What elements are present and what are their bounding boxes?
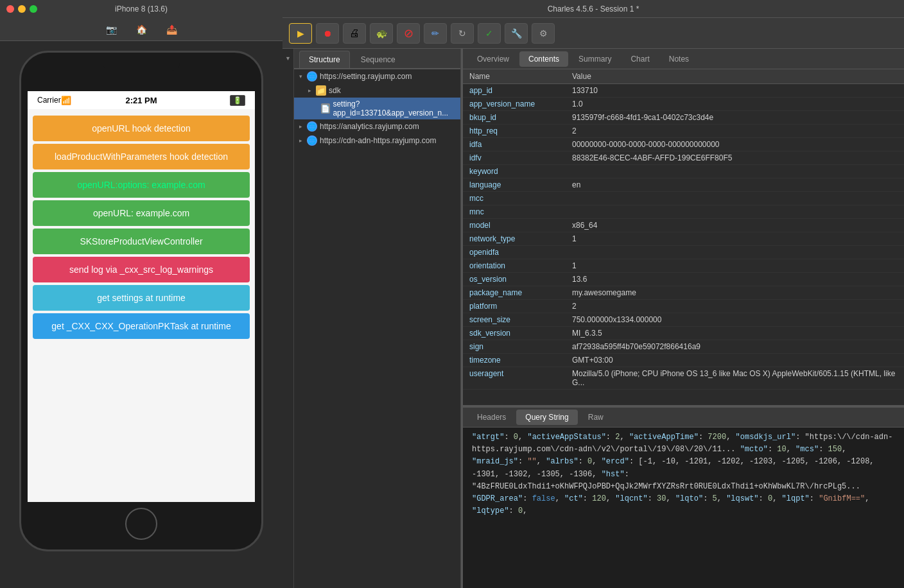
iphone-action-button[interactable]: get settings at runtime: [33, 285, 250, 311]
charles-title: Charles 4.5.6 - Session 1 *: [548, 4, 639, 13]
tree-item[interactable]: ▾🌐https://setting.rayjump.com: [294, 69, 460, 83]
tree-icon: 🌐: [307, 71, 317, 82]
tab-notes[interactable]: Notes: [660, 51, 698, 67]
close-button[interactable]: [6, 5, 14, 13]
table-row[interactable]: timezone GMT+03:00: [463, 354, 904, 367]
iphone-screen: Carrier 📶 2:21 PM 🔋 openURL hook detecti…: [28, 91, 255, 502]
print-button[interactable]: 🖨: [343, 23, 366, 44]
table-row[interactable]: keyword: [463, 165, 904, 178]
tab-summary[interactable]: Summary: [569, 51, 620, 67]
iphone-action-button[interactable]: openURL: example.com: [33, 200, 250, 226]
kv-value: 1.0: [566, 98, 904, 111]
iphone-action-button[interactable]: loadProductWithParameters hook detection: [33, 144, 250, 169]
tree-icon: 🌐: [307, 121, 317, 132]
start-button[interactable]: ▶: [289, 23, 312, 44]
iphone-action-button[interactable]: openURL hook detection: [33, 116, 250, 141]
table-row[interactable]: sign af72938a595ff4b70e59072f866416a9: [463, 340, 904, 354]
tree-label: https://setting.rayjump.com: [320, 72, 412, 81]
kv-table: Name Value app_id 133710 app_version_nam…: [463, 69, 904, 405]
home-button-toolbar[interactable]: 🏠: [136, 24, 147, 35]
kv-name: timezone: [463, 354, 566, 367]
tree-item[interactable]: ▸📁sdk: [294, 83, 460, 98]
wrench-button[interactable]: 🔧: [505, 23, 528, 44]
kv-value: 00000000-0000-0000-0000-000000000000: [566, 138, 904, 151]
simulator-panel: iPhone 8 (13.6) 📷 🏠 📤 Carrier 📶 2:21 PM …: [0, 0, 282, 588]
compose-button[interactable]: ✏: [424, 23, 447, 44]
kv-value: [566, 165, 904, 178]
rotate-button[interactable]: 📤: [166, 24, 177, 35]
table-row[interactable]: app_id 133710: [463, 84, 904, 98]
tree-panel: Structure Sequence ▾🌐https://setting.ray…: [294, 49, 461, 588]
iphone-home-button[interactable]: [125, 508, 157, 540]
kv-name: bkup_id: [463, 111, 566, 125]
table-row[interactable]: http_req 2: [463, 125, 904, 138]
tab-headers[interactable]: Headers: [468, 410, 515, 425]
tree-arrow-icon: ▸: [299, 123, 307, 130]
kv-name: orientation: [463, 259, 566, 273]
kv-value: 750.000000x1334.000000: [566, 313, 904, 327]
sidebar-toggle[interactable]: ▼: [284, 54, 293, 63]
table-row[interactable]: screen_size 750.000000x1334.000000: [463, 313, 904, 327]
kv-name: mcc: [463, 192, 566, 205]
table-row[interactable]: network_type 1: [463, 232, 904, 246]
table-row[interactable]: language en: [463, 178, 904, 192]
tree-label: sdk: [329, 86, 341, 95]
kv-value: [566, 205, 904, 219]
kv-name: http_req: [463, 125, 566, 138]
table-row[interactable]: model x86_64: [463, 219, 904, 232]
iphone-action-button[interactable]: openURL:options: example.com: [33, 172, 250, 198]
tab-structure[interactable]: Structure: [299, 51, 350, 68]
screenshot-button[interactable]: 📷: [106, 24, 117, 35]
iphone-action-button[interactable]: get _CXX_CXX_OperationPKTask at runtime: [33, 313, 250, 339]
kv-value: x86_64: [566, 219, 904, 232]
simulator-title: iPhone 8 (13.6): [115, 4, 168, 13]
charles-structure: ▼ Structure Sequence ▾🌐https://setting.r…: [282, 49, 904, 588]
tree-label: https://cdn-adn-https.rayjump.com: [320, 136, 436, 145]
check-button[interactable]: ✓: [478, 23, 501, 44]
tab-query-string[interactable]: Query String: [516, 410, 577, 425]
tree-item[interactable]: ▸🌐https://cdn-adn-https.rayjump.com: [294, 134, 460, 148]
kv-name: idfa: [463, 138, 566, 151]
charles-toolbar: ▶ ⏺ 🖨 🐢 ⊘ ✏ ↻ ✓ 🔧 ⚙: [282, 18, 904, 49]
tab-sequence[interactable]: Sequence: [351, 51, 405, 68]
table-row[interactable]: app_version_name 1.0: [463, 98, 904, 111]
table-row[interactable]: idfa 00000000-0000-0000-0000-00000000000…: [463, 138, 904, 151]
maximize-button[interactable]: [30, 5, 37, 13]
tree-item[interactable]: 📄setting?app_id=133710&app_version_n...: [294, 98, 460, 119]
kv-name: app_id: [463, 84, 566, 98]
table-row[interactable]: useragent Mozilla/5.0 (iPhone; CPU iPhon…: [463, 367, 904, 390]
tree-item[interactable]: ▸🌐https://analytics.rayjump.com: [294, 119, 460, 134]
tab-overview[interactable]: Overview: [468, 51, 518, 67]
tree-label: https://analytics.rayjump.com: [320, 122, 419, 131]
tree-icon: 📄: [321, 103, 330, 114]
record-button[interactable]: ⏺: [316, 23, 339, 44]
table-row[interactable]: orientation 1: [463, 259, 904, 273]
tab-raw[interactable]: Raw: [579, 410, 613, 425]
table-row[interactable]: platform 2: [463, 300, 904, 313]
iphone-action-button[interactable]: SKStoreProductViewController: [33, 229, 250, 254]
kv-value: 88382E46-8CEC-4ABF-AFFD-199CE6FF80F5: [566, 151, 904, 165]
tree-arrow-icon: ▾: [299, 73, 307, 80]
tree-content: ▾🌐https://setting.rayjump.com▸📁sdk📄setti…: [294, 69, 460, 587]
table-row[interactable]: idfv 88382E46-8CEC-4ABF-AFFD-199CE6FF80F…: [463, 151, 904, 165]
table-row[interactable]: package_name my.awesomegame: [463, 286, 904, 300]
gear-button[interactable]: ⚙: [532, 23, 555, 44]
kv-value: 2: [566, 125, 904, 138]
tree-arrow-icon: ▸: [299, 137, 307, 144]
stop-button[interactable]: ⊘: [397, 23, 420, 44]
kv-name: app_version_name: [463, 98, 566, 111]
kv-value: 2: [566, 300, 904, 313]
table-row[interactable]: openidfa: [463, 246, 904, 259]
table-row[interactable]: mnc: [463, 205, 904, 219]
minimize-button[interactable]: [18, 5, 26, 13]
throttle-button[interactable]: 🐢: [370, 23, 393, 44]
tab-chart[interactable]: Chart: [622, 51, 658, 67]
time-label: 2:21 PM: [125, 96, 157, 105]
refresh-button[interactable]: ↻: [451, 23, 474, 44]
iphone-action-button[interactable]: send log via _cxx_src_log_warnings: [33, 257, 250, 282]
table-row[interactable]: sdk_version MI_6.3.5: [463, 327, 904, 340]
tab-contents[interactable]: Contents: [519, 51, 568, 67]
table-row[interactable]: bkup_id 9135979f-c668-4fd1-9ca1-0402c73c…: [463, 111, 904, 125]
table-row[interactable]: mcc: [463, 192, 904, 205]
table-row[interactable]: os_version 13.6: [463, 273, 904, 286]
